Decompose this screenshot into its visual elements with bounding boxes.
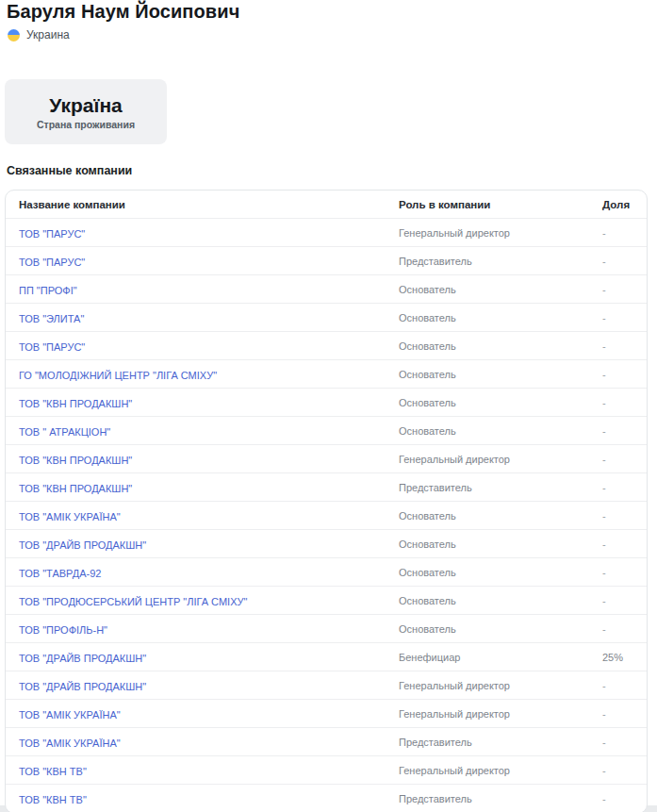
company-cell: ТОВ "ДРАЙВ ПРОДАКШН" bbox=[6, 649, 386, 666]
role-cell: Основатель bbox=[386, 369, 589, 380]
share-cell: - bbox=[589, 369, 647, 380]
company-cell: ТОВ "АМІК УКРАЇНА" bbox=[6, 734, 386, 751]
citizenship-row: Украина bbox=[8, 28, 650, 41]
role-cell: Представитель bbox=[386, 482, 589, 493]
country-of-residence-card: Україна Страна проживания bbox=[5, 79, 167, 144]
share-cell: - bbox=[589, 397, 647, 408]
role-cell: Генеральный директор bbox=[386, 680, 589, 691]
share-cell: - bbox=[589, 680, 647, 691]
company-cell: ТОВ "ДРАЙВ ПРОДАКШН" bbox=[6, 677, 386, 694]
company-cell: ТОВ "ПАРУС" bbox=[6, 253, 386, 270]
company-cell: ТОВ "КВН ПРОДАКШН" bbox=[6, 451, 386, 468]
company-cell: ТОВ "ПАРУС" bbox=[6, 338, 386, 355]
table-row: ТОВ "ДРАЙВ ПРОДАКШН" Бенефициар 25% bbox=[6, 643, 647, 671]
table-row: ТОВ "КВН ПРОДАКШН" Генеральный директор … bbox=[6, 445, 647, 473]
company-cell: ТОВ "АМІК УКРАЇНА" bbox=[6, 705, 386, 722]
role-cell: Представитель bbox=[386, 793, 589, 804]
share-cell: - bbox=[589, 312, 647, 323]
table-row: ТОВ "ПАРУС" Основатель - bbox=[6, 332, 647, 360]
citizenship-label: Украина bbox=[26, 28, 70, 41]
company-link[interactable]: ТОВ "ДРАЙВ ПРОДАКШН" bbox=[19, 539, 146, 551]
table-header-row: Название компании Роль в компании Доля bbox=[6, 191, 647, 219]
company-cell: ТОВ "ПРОФІЛЬ-Н" bbox=[6, 621, 386, 638]
table-row: ПП "ПРОФІ" Основатель - bbox=[6, 275, 647, 304]
column-header-company: Название компании bbox=[6, 199, 386, 210]
company-link[interactable]: ТОВ "ЭЛИТА" bbox=[19, 313, 84, 324]
share-cell: - bbox=[589, 227, 647, 239]
share-cell: - bbox=[589, 737, 647, 748]
column-header-share: Доля bbox=[589, 199, 647, 210]
company-link[interactable]: ТОВ "ПРОФІЛЬ-Н" bbox=[19, 624, 107, 636]
role-cell: Генеральный директор bbox=[386, 454, 589, 465]
table-row: ТОВ "КВН ПРОДАКШН" Основатель - bbox=[6, 389, 647, 417]
share-cell: - bbox=[589, 510, 647, 522]
company-link[interactable]: ГО "МОЛОДІЖНИЙ ЦЕНТР "ЛІГА СМІХУ" bbox=[19, 370, 217, 381]
company-link[interactable]: ТОВ "КВН ПРОДАКШН" bbox=[19, 483, 132, 494]
share-cell: - bbox=[589, 539, 647, 550]
role-cell: Основатель bbox=[386, 539, 589, 550]
role-cell: Основатель bbox=[386, 340, 589, 352]
table-row: ТОВ " АТРАКЦІОН" Основатель - bbox=[6, 417, 647, 445]
company-link[interactable]: ТОВ "КВН ТВ" bbox=[19, 794, 87, 805]
table-header: Название компании Роль в компании Доля bbox=[6, 191, 647, 219]
role-cell: Генеральный директор bbox=[386, 765, 589, 776]
company-cell: ТОВ "ПРОДЮСЕРСЬКИЙ ЦЕНТР "ЛІГА СМІХУ" bbox=[6, 592, 386, 609]
company-link[interactable]: ТОВ "ПАРУС" bbox=[19, 257, 85, 268]
table-row: ТОВ "ДРАЙВ ПРОДАКШН" Генеральный директо… bbox=[6, 671, 647, 700]
table-row: ТОВ "ДРАЙВ ПРОДАКШН" Основатель - bbox=[6, 530, 647, 558]
table-row: ТОВ "АМІК УКРАЇНА" Представитель - bbox=[6, 728, 647, 756]
company-link[interactable]: ТОВ "ТАВРДА-92 bbox=[19, 568, 101, 579]
table-row: ГО "МОЛОДІЖНИЙ ЦЕНТР "ЛІГА СМІХУ" Основа… bbox=[6, 360, 647, 389]
share-cell: - bbox=[589, 595, 647, 606]
table-row: ТОВ "ПАРУС" Представитель - bbox=[6, 247, 647, 275]
company-link[interactable]: ПП "ПРОФІ" bbox=[19, 285, 77, 296]
company-link[interactable]: ТОВ "АМІК УКРАЇНА" bbox=[19, 511, 121, 522]
company-link[interactable]: ТОВ "ПАРУС" bbox=[19, 341, 85, 353]
role-cell: Основатель bbox=[386, 567, 589, 578]
table-row: ТОВ "ПРОДЮСЕРСЬКИЙ ЦЕНТР "ЛІГА СМІХУ" Ос… bbox=[6, 587, 647, 615]
share-cell: - bbox=[589, 340, 647, 352]
share-cell: - bbox=[589, 765, 647, 776]
role-cell: Основатель bbox=[386, 425, 589, 437]
table-row: ТОВ "ПРОФІЛЬ-Н" Основатель - bbox=[6, 615, 647, 643]
column-header-role: Роль в компании bbox=[386, 199, 589, 210]
related-companies-heading: Связанные компании bbox=[7, 164, 650, 177]
company-link[interactable]: ТОВ "ПАРУС" bbox=[19, 228, 85, 240]
role-cell: Представитель bbox=[386, 256, 589, 267]
company-link[interactable]: ТОВ "ДРАЙВ ПРОДАКШН" bbox=[19, 653, 146, 664]
table-row: ТОВ "ТАВРДА-92 Основатель - bbox=[6, 558, 647, 587]
company-link[interactable]: ТОВ "АМІК УКРАЇНА" bbox=[19, 737, 121, 749]
role-cell: Основатель bbox=[386, 623, 589, 635]
role-cell: Основатель bbox=[386, 595, 589, 606]
company-link[interactable]: ТОВ "АМІК УКРАЇНА" bbox=[19, 709, 121, 721]
company-cell: ТОВ "КВН ТВ" bbox=[6, 790, 386, 807]
company-cell: ГО "МОЛОДІЖНИЙ ЦЕНТР "ЛІГА СМІХУ" bbox=[6, 366, 386, 383]
ukraine-flag-icon bbox=[8, 29, 20, 41]
company-cell: ТОВ "ЭЛИТА" bbox=[6, 309, 386, 326]
share-cell: - bbox=[589, 708, 647, 720]
role-cell: Представитель bbox=[386, 737, 589, 748]
company-link[interactable]: ТОВ "КВН ПРОДАКШН" bbox=[19, 398, 132, 409]
role-cell: Генеральный директор bbox=[386, 227, 589, 239]
share-cell: - bbox=[589, 482, 647, 493]
company-link[interactable]: ТОВ "КВН ПРОДАКШН" bbox=[19, 455, 132, 466]
role-cell: Бенефициар bbox=[386, 652, 589, 663]
share-cell: - bbox=[589, 454, 647, 465]
company-link[interactable]: ТОВ " АТРАКЦІОН" bbox=[19, 426, 110, 438]
table-row: ТОВ "АМІК УКРАЇНА" Генеральный директор … bbox=[6, 700, 647, 728]
share-cell: - bbox=[589, 425, 647, 437]
country-name: Україна bbox=[49, 94, 123, 117]
table-row: ТОВ "ЭЛИТА" Основатель - bbox=[6, 304, 647, 332]
share-cell: - bbox=[589, 256, 647, 267]
company-cell: ТОВ "АМІК УКРАЇНА" bbox=[6, 507, 386, 524]
table-row: ТОВ "КВН ТВ" Представитель - bbox=[6, 785, 647, 812]
company-link[interactable]: ТОВ "КВН ТВ" bbox=[19, 766, 87, 777]
table-row: ТОВ "АМІК УКРАЇНА" Основатель - bbox=[6, 502, 647, 530]
role-cell: Основатель bbox=[386, 397, 589, 408]
related-companies-table: Название компании Роль в компании Доля Т… bbox=[5, 190, 648, 812]
company-cell: ТОВ "ДРАЙВ ПРОДАКШН" bbox=[6, 536, 386, 553]
company-link[interactable]: ТОВ "ДРАЙВ ПРОДАКШН" bbox=[19, 681, 146, 692]
table-row: ТОВ "КВН ПРОДАКШН" Представитель - bbox=[6, 473, 647, 502]
company-link[interactable]: ТОВ "ПРОДЮСЕРСЬКИЙ ЦЕНТР "ЛІГА СМІХУ" bbox=[19, 596, 247, 607]
company-cell: ПП "ПРОФІ" bbox=[6, 281, 386, 298]
